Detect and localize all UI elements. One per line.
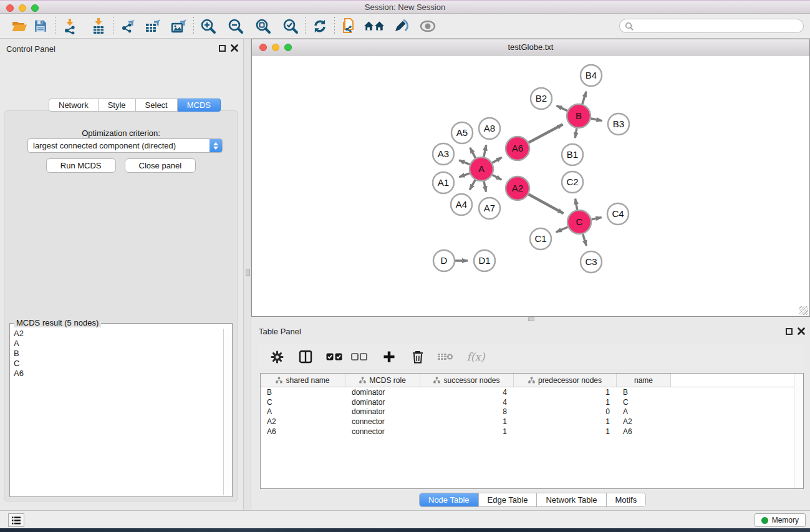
node-table[interactable]: shared name MCDS role successor nodes pr… xyxy=(260,373,804,489)
result-item[interactable]: A2 xyxy=(11,329,222,339)
table-cell[interactable]: 4 xyxy=(420,397,514,407)
result-scrollbar[interactable] xyxy=(223,329,232,495)
import-network-button[interactable] xyxy=(59,16,80,36)
mcds-result-list[interactable]: A2ABCA6 xyxy=(11,329,222,495)
open-session-button[interactable] xyxy=(9,16,30,36)
zoom-network-button[interactable] xyxy=(284,44,292,51)
column-header-name[interactable]: name xyxy=(617,374,671,387)
memory-button[interactable]: Memory xyxy=(755,513,806,527)
tab-network-table[interactable]: Network Table xyxy=(537,493,606,506)
graph-edge[interactable] xyxy=(529,125,563,143)
cybrowser-home-button[interactable] xyxy=(364,16,385,36)
window-controls[interactable] xyxy=(6,4,39,12)
table-cell[interactable]: B xyxy=(261,387,345,397)
vertical-split-divider[interactable] xyxy=(243,39,251,510)
zoom-fit-button[interactable] xyxy=(253,16,274,36)
resize-grip-icon[interactable] xyxy=(799,306,808,315)
export-image-button[interactable] xyxy=(168,16,190,36)
table-cell[interactable]: 1 xyxy=(514,427,617,437)
zoom-in-button[interactable] xyxy=(198,16,219,36)
deselect-all-button[interactable] xyxy=(351,348,367,365)
table-cell[interactable]: dominator xyxy=(345,407,420,417)
delete-column-button[interactable] xyxy=(410,348,426,365)
import-table-button[interactable] xyxy=(88,16,109,36)
minimize-network-button[interactable] xyxy=(272,44,279,51)
table-cell[interactable]: 1 xyxy=(514,417,617,427)
table-cell[interactable]: A2 xyxy=(261,417,345,427)
column-header-shared-name[interactable]: shared name xyxy=(261,374,345,387)
table-cell[interactable]: dominator xyxy=(345,397,420,407)
table-cell[interactable]: A xyxy=(261,407,345,417)
result-item[interactable]: A xyxy=(11,339,222,349)
close-panel-icon[interactable] xyxy=(231,44,238,52)
result-item[interactable]: A6 xyxy=(11,369,222,379)
column-header-mcds-role[interactable]: MCDS role xyxy=(345,374,420,387)
table-cell[interactable]: 1 xyxy=(514,397,617,407)
result-item[interactable]: B xyxy=(11,349,222,359)
table-cell[interactable]: 1 xyxy=(420,417,514,427)
close-network-button[interactable] xyxy=(259,44,267,51)
table-cell[interactable]: 1 xyxy=(420,427,514,437)
graph-edge[interactable] xyxy=(583,234,587,246)
add-column-button[interactable] xyxy=(381,348,397,365)
graph-edge[interactable] xyxy=(459,173,470,177)
graph-edge[interactable] xyxy=(582,92,586,104)
tab-style[interactable]: Style xyxy=(99,99,136,112)
column-header-predecessor-nodes[interactable]: predecessor nodes xyxy=(514,374,617,387)
table-cell[interactable]: A2 xyxy=(617,417,671,427)
graph-edge[interactable] xyxy=(493,175,502,180)
show-graphics-details-button[interactable] xyxy=(417,16,438,36)
tab-mcds[interactable]: MCDS xyxy=(178,99,221,112)
show-panels-button[interactable] xyxy=(8,513,24,527)
result-item[interactable]: C xyxy=(11,359,222,369)
close-panel-icon[interactable] xyxy=(798,327,805,335)
float-panel-icon[interactable] xyxy=(786,328,793,335)
tab-motifs[interactable]: Motifs xyxy=(607,493,646,506)
divider-handle[interactable] xyxy=(246,269,250,276)
table-row[interactable]: Adominator80A xyxy=(261,407,803,417)
search-field[interactable] xyxy=(619,19,804,33)
function-builder-button[interactable]: f(x) xyxy=(462,348,489,365)
graph-edge[interactable] xyxy=(484,181,486,192)
run-mcds-button[interactable]: Run MCDS xyxy=(46,158,116,173)
search-input[interactable] xyxy=(634,22,798,31)
table-cell[interactable]: 4 xyxy=(420,387,514,397)
zoom-selected-button[interactable] xyxy=(280,16,301,36)
graph-edge[interactable] xyxy=(459,160,470,165)
zoom-window-button[interactable] xyxy=(31,4,39,12)
graph-edge[interactable] xyxy=(470,180,475,190)
divider-handle[interactable] xyxy=(528,317,534,321)
select-all-button[interactable] xyxy=(326,348,342,365)
graph-edge[interactable] xyxy=(592,218,602,220)
table-cell[interactable]: 0 xyxy=(514,407,617,417)
table-cell[interactable]: A6 xyxy=(261,427,345,437)
criterion-dropdown[interactable]: largest connected component (directed) xyxy=(27,138,223,153)
save-session-button[interactable] xyxy=(30,16,51,36)
zoom-out-button[interactable] xyxy=(225,16,246,36)
delete-table-button[interactable] xyxy=(437,348,453,365)
table-cell[interactable]: C xyxy=(261,397,345,407)
table-row[interactable]: Bdominator41B xyxy=(261,387,803,397)
network-graph[interactable]: AA1A2A3A4A5A6A7A8BB1B2B3B4CC1C2C3C4DD1 xyxy=(252,56,809,316)
split-table-button[interactable] xyxy=(297,348,314,365)
network-from-selection-button[interactable] xyxy=(339,16,360,36)
graph-edge[interactable] xyxy=(591,118,602,121)
graph-edge[interactable] xyxy=(556,105,567,110)
table-scrollbar[interactable] xyxy=(794,374,803,488)
table-cell[interactable]: A xyxy=(617,407,671,417)
table-cell[interactable]: 1 xyxy=(514,387,617,397)
table-cell[interactable]: connector xyxy=(345,417,420,427)
network-window-titlebar[interactable]: testGlobe.txt xyxy=(252,39,809,56)
minimize-window-button[interactable] xyxy=(19,4,26,12)
apply-layout-button[interactable] xyxy=(309,16,330,36)
table-cell[interactable]: B xyxy=(617,387,671,397)
tab-select[interactable]: Select xyxy=(136,99,178,112)
hide-annotations-button[interactable] xyxy=(390,16,411,36)
close-panel-button[interactable]: Close panel xyxy=(125,158,196,173)
table-cell[interactable]: connector xyxy=(345,427,420,437)
table-cell[interactable]: C xyxy=(617,397,671,407)
table-body[interactable]: Bdominator41BCdominator41CAdominator80AA… xyxy=(261,387,803,436)
horizontal-split-divider[interactable] xyxy=(251,317,810,322)
export-table-button[interactable] xyxy=(142,16,163,36)
graph-edge[interactable] xyxy=(529,195,564,214)
